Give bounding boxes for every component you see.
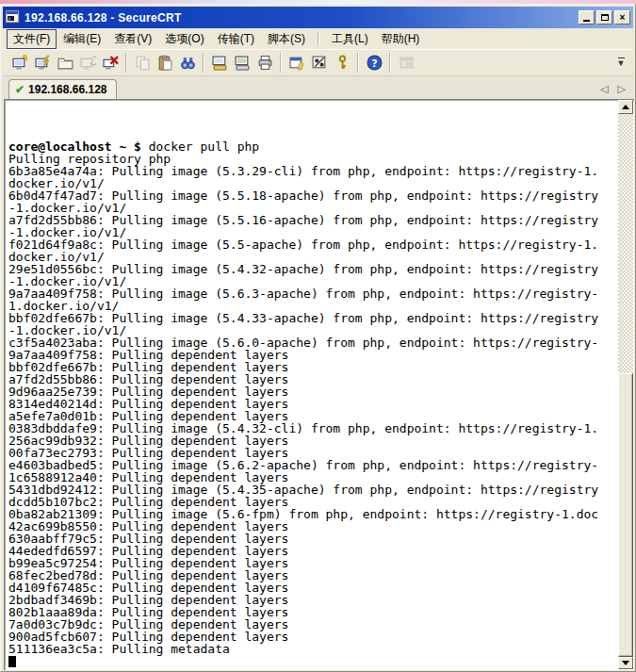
menu-edit[interactable]: 编辑(E) <box>57 29 107 49</box>
minimize-icon <box>583 20 590 22</box>
menu-help[interactable]: 帮助(H) <box>375 29 427 49</box>
connected-check-icon: ✔ <box>15 83 24 96</box>
terminal-screen[interactable]: core@localhost ~ $ docker pull php Pulli… <box>4 99 634 670</box>
toolbar-separator <box>125 53 127 73</box>
copy-icon[interactable] <box>131 52 154 74</box>
tab-scroll-right-icon[interactable]: ▷ <box>618 83 626 95</box>
toolbar-overflow-bar <box>618 57 625 58</box>
tab-bar: ✔ 192.168.66.128 ◁ ▷ <box>3 75 633 99</box>
scroll-up-icon <box>622 105 629 109</box>
toolbar-separator <box>280 53 282 73</box>
menu-view[interactable]: 查看(V) <box>107 29 158 49</box>
menu-tools[interactable]: 工具(L) <box>325 29 375 49</box>
minimize-button[interactable] <box>579 10 595 25</box>
toolbar: ? ▼ <box>3 49 633 75</box>
new-window-icon[interactable] <box>395 52 417 74</box>
app-icon <box>6 10 21 25</box>
terminal-text: core@localhost ~ $ docker pull php Pulli… <box>4 99 618 670</box>
menu-options[interactable]: 选项(O) <box>158 29 210 49</box>
menu-file[interactable]: 文件(F) <box>7 29 57 49</box>
toolbar-overflow-icon[interactable]: ▼ <box>614 56 628 71</box>
maximize-icon <box>601 14 609 21</box>
close-button[interactable]: × <box>614 10 630 25</box>
find-icon[interactable] <box>176 52 199 74</box>
svg-text:?: ? <box>371 57 377 70</box>
close-icon: × <box>620 13 626 23</box>
securecrt-window: 192.168.66.128 - SecureCRT × 文件(F) 编辑(E)… <box>0 4 636 672</box>
scrollbar-up-button[interactable] <box>618 100 633 114</box>
menu-script[interactable]: 脚本(S) <box>261 29 312 49</box>
print-selection-icon[interactable] <box>231 52 253 74</box>
tab-scroll-left-icon[interactable]: ◁ <box>600 83 608 95</box>
print-screen-icon[interactable] <box>208 52 231 74</box>
menu-separator <box>318 32 319 46</box>
toolbar-separator <box>357 53 359 73</box>
scrollbar-track[interactable] <box>618 100 633 669</box>
toolbar-separator <box>389 53 391 73</box>
session-options-icon[interactable] <box>308 52 331 74</box>
terminal-output-line: 511136ea3c5a: Pulling metadata <box>8 643 618 655</box>
connect-icon[interactable] <box>8 52 31 74</box>
scroll-down-icon <box>622 661 629 665</box>
quick-connect-icon[interactable] <box>31 52 54 74</box>
scrollbar-thumb[interactable] <box>618 373 633 657</box>
terminal-output: Pulling repository php6b3a85e4a74a: Pull… <box>8 153 618 655</box>
connect-in-tab-icon[interactable] <box>54 52 76 74</box>
menu-transfer[interactable]: 传输(T) <box>211 29 261 49</box>
menu-bar: 文件(F) 编辑(E) 查看(V) 选项(O) 传输(T) 脚本(S) 工具(L… <box>3 29 633 49</box>
reconnect-icon[interactable] <box>76 52 99 74</box>
key-agent-icon[interactable] <box>331 52 353 74</box>
terminal-cursor <box>8 656 16 667</box>
scrollbar-down-button[interactable] <box>618 657 633 669</box>
disconnect-icon[interactable] <box>99 52 122 74</box>
session-tab-label: 192.168.66.128 <box>28 83 106 96</box>
toolbar-separator <box>203 53 204 73</box>
terminal-cursor-line <box>8 655 618 667</box>
maximize-button[interactable] <box>596 10 612 25</box>
window-title: 192.168.66.128 - SecureCRT <box>24 11 579 25</box>
printer-icon[interactable] <box>253 52 276 74</box>
session-tab[interactable]: ✔ 192.168.66.128 <box>8 79 117 99</box>
paste-icon[interactable] <box>154 52 176 74</box>
help-icon[interactable]: ? <box>363 52 385 74</box>
title-bar[interactable]: 192.168.66.128 - SecureCRT × <box>3 7 633 28</box>
session-properties-icon[interactable] <box>285 52 308 74</box>
